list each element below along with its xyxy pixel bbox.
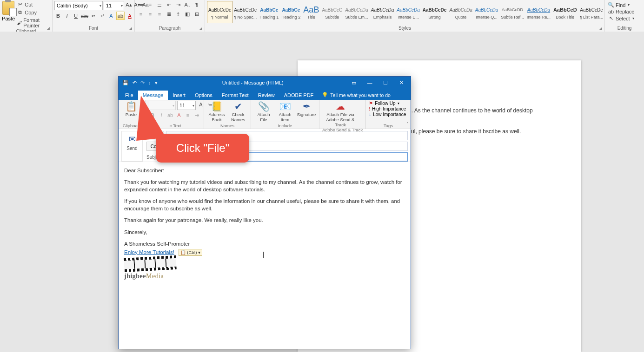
- ol-font-color[interactable]: A: [175, 111, 183, 119]
- style-heading-1[interactable]: AaBbCcHeading 1: [258, 1, 280, 23]
- logo-text-b: Media: [146, 273, 164, 280]
- subscript-button[interactable]: x₂: [90, 12, 97, 20]
- style-intense-q-[interactable]: AaBbCcDaIntense Q...: [474, 1, 499, 23]
- strike-button[interactable]: abc: [81, 12, 88, 20]
- style-preview: AaBbCcDa: [371, 5, 394, 15]
- style-intense-e-[interactable]: AaBbCcDaIntense E...: [395, 1, 421, 23]
- style-heading-2[interactable]: AaBbCcHeading 2: [280, 1, 302, 23]
- body-text: Dear Subscriber:: [124, 167, 405, 174]
- select-button[interactable]: ↖Select▾: [607, 15, 642, 21]
- paste-button[interactable]: Paste: [2, 1, 15, 21]
- style-subtitle[interactable]: AaBbCcCSubtitle: [320, 1, 344, 23]
- style--no-spac-[interactable]: AaBbCcDc¶ No Spac...: [232, 1, 258, 23]
- bold-button[interactable]: B: [54, 12, 62, 20]
- show-marks-button[interactable]: ¶: [193, 1, 201, 8]
- replace-button[interactable]: abReplace: [607, 9, 642, 14]
- sort-button[interactable]: A↓: [183, 1, 192, 8]
- grow-font-button[interactable]: A▴: [125, 1, 133, 8]
- increase-indent-button[interactable]: ⇥: [174, 1, 182, 8]
- style-book-title[interactable]: AaBbCcDBook Title: [552, 1, 578, 23]
- undo-icon[interactable]: ↶: [133, 80, 137, 86]
- style-subtle-ref-[interactable]: AaBbCcDDSubtle Ref...: [499, 1, 525, 23]
- tab-format-text[interactable]: Format Text: [217, 91, 253, 100]
- dialog-launcher-icon[interactable]: ◢: [199, 26, 204, 31]
- ribbon-tabs: File Message Insert Options Format Text …: [119, 89, 411, 100]
- ol-font-size[interactable]: 11: [177, 101, 196, 110]
- close-icon[interactable]: ✕: [395, 80, 408, 86]
- ribbon-options-icon[interactable]: ▭: [347, 80, 360, 86]
- align-center-button[interactable]: ≡: [146, 10, 154, 18]
- dialog-launcher-icon[interactable]: ◢: [46, 26, 51, 31]
- tab-adobe-pdf[interactable]: ADOBE PDF: [279, 91, 319, 100]
- qat-customize-icon[interactable]: ▾: [155, 80, 158, 86]
- ol-indent[interactable]: ⇥: [193, 111, 200, 119]
- tab-insert[interactable]: Insert: [168, 91, 190, 100]
- style-emphasis[interactable]: AaBbCcDaEmphasis: [370, 1, 395, 23]
- maximize-icon[interactable]: ☐: [379, 80, 392, 86]
- save-icon[interactable]: 💾: [122, 80, 129, 86]
- align-right-button[interactable]: ≡: [155, 10, 164, 18]
- bullets-button[interactable]: ≔: [137, 1, 145, 8]
- style--normal[interactable]: AaBbCcDc¶ Normal: [207, 1, 232, 23]
- attach-file-button[interactable]: 📎Attach File: [254, 101, 273, 122]
- text-effects-button[interactable]: A: [107, 12, 115, 20]
- ol-align[interactable]: ≡: [184, 111, 192, 119]
- signature-button[interactable]: ✒Signature: [297, 101, 316, 117]
- ol-grow-font[interactable]: A: [197, 101, 205, 108]
- superscript-button[interactable]: x²: [99, 12, 106, 20]
- borders-button[interactable]: ⊞: [193, 10, 201, 18]
- paste-options-chip[interactable]: 📋(Ctrl) ▾: [179, 249, 202, 256]
- qat-more-icon[interactable]: ↕: [148, 80, 151, 86]
- cut-button[interactable]: ✂Cut: [16, 1, 50, 8]
- attach-item-button[interactable]: 📧Attach Item: [275, 101, 295, 122]
- low-importance-button[interactable]: ↓Low Importance: [369, 112, 406, 117]
- style-title[interactable]: AaBTitle: [302, 1, 320, 23]
- font-size-combo[interactable]: 11: [104, 1, 124, 10]
- decrease-indent-button[interactable]: ⇤: [165, 1, 173, 8]
- tutorials-link[interactable]: Enjoy More Tutorials!: [124, 249, 174, 255]
- line-spacing-button[interactable]: ‡: [174, 10, 182, 18]
- group-label: Font: [54, 26, 133, 32]
- high-importance-button[interactable]: !High Importance: [369, 106, 406, 111]
- italic-button[interactable]: I: [63, 12, 71, 20]
- style-strong[interactable]: AaBbCcDcStrong: [421, 1, 448, 23]
- address-book-button[interactable]: 📒Address Book: [207, 101, 226, 122]
- style-name: Subtle Ref...: [501, 15, 524, 20]
- style--list-para-[interactable]: AaBbCcDc¶ List Para...: [578, 1, 603, 23]
- find-button[interactable]: 🔍Find▾: [607, 2, 642, 8]
- style-subtle-em-[interactable]: AaBbCcDaSubtle Em...: [344, 1, 369, 23]
- style-quote[interactable]: AaBbCcDaQuote: [448, 1, 473, 23]
- justify-button[interactable]: ≣: [165, 10, 173, 18]
- tell-me-search[interactable]: 💡Tell me what you want to do: [318, 90, 394, 100]
- dialog-launcher-icon[interactable]: ◢: [129, 26, 133, 31]
- numbering-button[interactable]: ≡: [146, 1, 154, 8]
- copy-button[interactable]: ⧉Copy: [16, 9, 50, 16]
- tab-review[interactable]: Review: [253, 91, 279, 100]
- collapse-ribbon-icon[interactable]: ˄: [406, 122, 409, 127]
- message-body[interactable]: Dear Subscriber: Thank you for watching …: [119, 162, 411, 349]
- tab-options[interactable]: Options: [190, 91, 217, 100]
- check-names-button[interactable]: ✔Check Names: [228, 101, 248, 122]
- style-intense-re-[interactable]: AaBbCcDaIntense Re...: [525, 1, 552, 23]
- font-family-combo[interactable]: Calibri (Body): [54, 1, 103, 10]
- font-color-button[interactable]: A: [126, 12, 133, 20]
- callout-text: Click "File": [176, 142, 229, 155]
- redo-icon[interactable]: ↷: [140, 80, 145, 86]
- style-name: ¶ Normal: [208, 15, 231, 20]
- titlebar[interactable]: 💾 ↶ ↷ ↕ ▾ Untitled - Message (HTML) ▭ — …: [119, 77, 411, 89]
- underline-button[interactable]: U: [72, 12, 80, 20]
- align-left-button[interactable]: ≡: [137, 10, 145, 18]
- shading-button[interactable]: ◧: [183, 10, 192, 18]
- minimize-icon[interactable]: —: [363, 80, 376, 86]
- multilevel-button[interactable]: ☰: [155, 1, 164, 8]
- style-name: Subtitle: [322, 15, 342, 20]
- format-painter-button[interactable]: 🖌Format Painter: [16, 17, 50, 29]
- styles-gallery[interactable]: AaBbCcDc¶ NormalAaBbCcDc¶ No Spac...AaBb…: [207, 1, 603, 23]
- follow-up-button[interactable]: ⚑Follow Up▾: [369, 101, 406, 106]
- style-name: ¶ List Para...: [580, 15, 603, 20]
- dialog-launcher-icon[interactable]: ◢: [599, 26, 604, 31]
- check-user-icon: ✔: [234, 101, 242, 112]
- highlight-button[interactable]: ab: [116, 12, 125, 20]
- adobe-attach-button[interactable]: ☁ Attach File via Adobe Send & Track: [322, 101, 359, 127]
- ol-highlight[interactable]: ab: [166, 111, 174, 119]
